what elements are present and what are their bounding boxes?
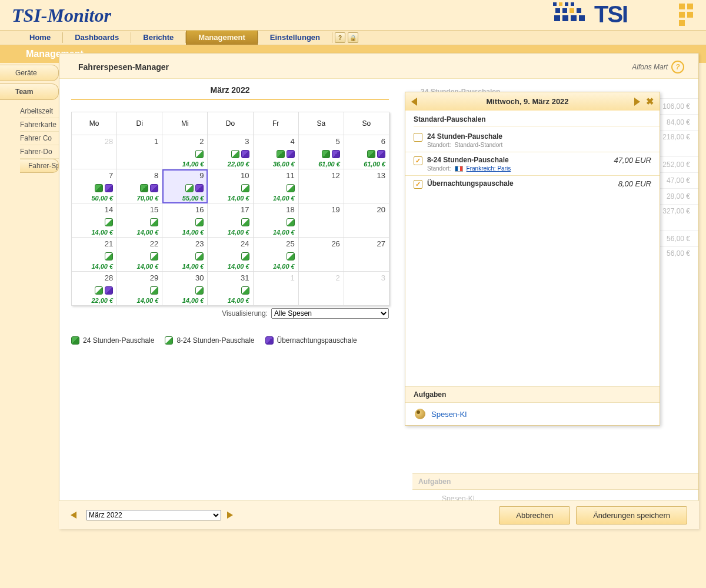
month-next-icon[interactable] (227, 512, 233, 519)
help-icon[interactable] (335, 32, 345, 43)
calendar-cell[interactable]: 2114,00 € (72, 238, 117, 272)
calendar-dow: Sa (299, 112, 344, 135)
full-day-icon (277, 150, 285, 158)
overnight-icon (332, 150, 340, 158)
half-day-icon (105, 252, 113, 260)
nav-management[interactable]: Management (186, 31, 257, 45)
popup-section-standard: Standard-Pauschalen (414, 115, 660, 126)
nav-dashboards[interactable]: Dashboards (63, 31, 131, 45)
calendar-cell[interactable]: 26 (299, 238, 344, 272)
overnight-icon (377, 150, 385, 158)
subtab-item[interactable]: Fahrer-Do (20, 145, 59, 159)
popup-prev-icon[interactable] (411, 98, 417, 106)
calendar-cell[interactable]: 3014,00 € (162, 272, 208, 306)
calendar-cell[interactable]: 436,00 € (254, 135, 299, 169)
main-nav: Home Dashboards Berichte Management Eins… (0, 30, 706, 45)
calendar-cell[interactable]: 13 (344, 169, 389, 203)
gear-icon (415, 409, 425, 419)
popup-close-icon[interactable]: ✖ (646, 96, 654, 107)
pauschale-option[interactable]: 24 Stunden-PauschaleStandort:Standard-St… (405, 129, 660, 152)
calendar-cell[interactable]: 3114,00 € (208, 272, 253, 306)
subtab-item[interactable]: Arbeitszeit (20, 105, 59, 118)
calendar-cell[interactable]: 1714,00 € (208, 203, 253, 238)
subtab-item[interactable]: Fahrer-Sp (20, 159, 59, 173)
nav-berichte[interactable]: Berichte (131, 31, 185, 45)
calendar-cell[interactable]: 1 (254, 272, 299, 306)
overnight-icon (105, 184, 113, 192)
calendar-cell[interactable]: 2 (299, 272, 344, 306)
pauschale-option[interactable]: Übernachtungspauschale8,00 EUR (405, 175, 660, 192)
popup-section-aufgaben: Aufgaben (405, 386, 660, 403)
calendar-cell[interactable]: 2314,00 € (162, 238, 208, 272)
calendar-cell[interactable]: 322,00 € (208, 135, 253, 169)
pauschale-option[interactable]: 8-24 Stunden-PauschaleStandort:Frankreic… (405, 152, 660, 175)
month-select[interactable]: März 2022 (86, 510, 221, 520)
save-button[interactable]: Änderungen speichern (576, 506, 687, 524)
visualisierung-label: Visualisierung: (222, 309, 268, 318)
calendar-dow: Di (117, 112, 162, 135)
half-day-icon (195, 218, 204, 226)
lock-icon[interactable] (348, 32, 358, 43)
location-link[interactable]: Frankreich: Paris (467, 165, 511, 172)
calendar-cell[interactable]: 661,00 € (344, 135, 389, 169)
full-day-icon (322, 150, 330, 158)
popup-task-spesen-ki[interactable]: Spesen-KI (405, 403, 660, 425)
calendar-cell[interactable]: 870,00 € (117, 169, 162, 203)
half-day-icon (195, 286, 204, 295)
calendar-cell[interactable]: 1614,00 € (162, 203, 208, 238)
checkbox[interactable] (414, 133, 422, 142)
half-day-icon (150, 286, 158, 295)
calendar-cell[interactable]: 28 (72, 135, 117, 169)
half-day-icon (95, 286, 103, 295)
subtab-item[interactable]: Fahrer Co (20, 132, 59, 145)
calendar-cell[interactable]: 27 (344, 238, 389, 272)
full-day-icon (95, 184, 103, 192)
calendar-cell[interactable]: 1114,00 € (254, 169, 299, 203)
calendar-cell[interactable]: 1414,00 € (72, 203, 117, 238)
sidetab-team[interactable]: Team (0, 83, 59, 100)
half-day-icon (195, 150, 204, 158)
calendar-dow: Mi (162, 112, 208, 135)
half-day-icon (105, 218, 113, 226)
logo-decoration: TSI (553, 0, 706, 29)
calendar-cell[interactable]: 2214,00 € (117, 238, 162, 272)
calendar-cell[interactable]: 2822,00 € (72, 272, 117, 306)
checkbox[interactable] (414, 180, 422, 189)
calendar-cell[interactable]: 20 (344, 203, 389, 238)
half-day-icon (287, 184, 295, 192)
half-day-icon (150, 252, 158, 260)
help-circle-icon[interactable]: ? (671, 61, 684, 74)
overnight-icon (105, 286, 113, 295)
overnight-icon (150, 184, 158, 192)
calendar-cell[interactable]: 2914,00 € (117, 272, 162, 306)
panel-title: Fahrerspesen-Manager (78, 62, 169, 72)
calendar-cell[interactable]: 1014,00 € (208, 169, 253, 203)
visualisierung-select[interactable]: Alle Spesen (271, 308, 389, 319)
month-prev-icon[interactable] (71, 512, 76, 519)
calendar-cell[interactable]: 2414,00 € (208, 238, 253, 272)
calendar-cell[interactable]: 750,00 € (72, 169, 117, 203)
calendar-cell[interactable]: 561,00 € (299, 135, 344, 169)
calendar-cell[interactable]: 3 (344, 272, 389, 306)
sidetab-geraete[interactable]: Geräte (0, 65, 59, 81)
half-day-icon (195, 252, 204, 260)
half-day-icon (185, 184, 194, 192)
nav-home[interactable]: Home (18, 31, 62, 45)
side-tabs: Geräte Team ArbeitszeitFahrerkarteFahrer… (0, 65, 59, 173)
calendar-cell[interactable]: 955,00 € (162, 169, 208, 203)
calendar-cell[interactable]: 214,00 € (162, 135, 208, 169)
subtab-item[interactable]: Fahrerkarte (20, 118, 59, 132)
cancel-button[interactable]: Abbrechen (499, 506, 570, 524)
half-day-icon (231, 150, 239, 158)
calendar-cell[interactable]: 1514,00 € (117, 203, 162, 238)
checkbox[interactable] (414, 156, 422, 165)
calendar-cell[interactable]: 1814,00 € (254, 203, 299, 238)
nav-einstellungen[interactable]: Einstellungen (258, 31, 332, 45)
flag-fr-icon (455, 166, 463, 172)
calendar-cell[interactable]: 19 (299, 203, 344, 238)
calendar-cell[interactable]: 1 (117, 135, 162, 169)
calendar-cell[interactable]: 12 (299, 169, 344, 203)
popup-next-icon[interactable] (634, 98, 640, 106)
footer-bar: März 2022 Abbrechen Änderungen speichern (59, 500, 699, 529)
calendar-cell[interactable]: 2514,00 € (254, 238, 299, 272)
